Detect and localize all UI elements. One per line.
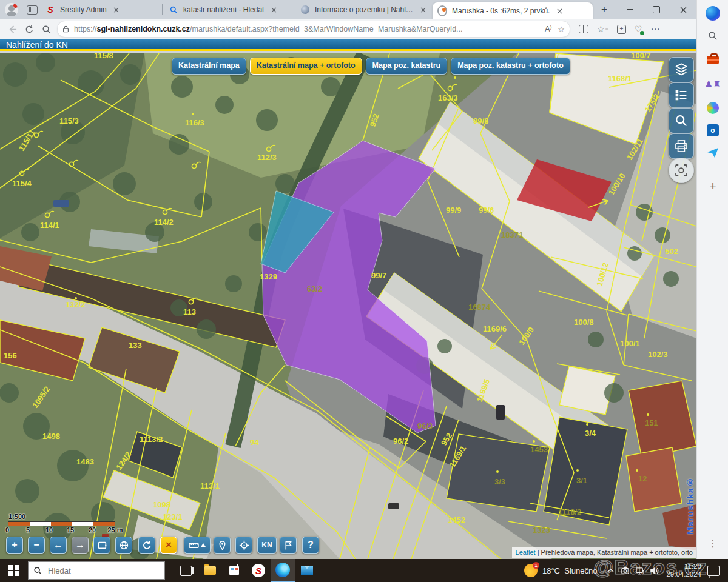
parcel-label: 1168/1 [608, 74, 632, 83]
weather-widget[interactable]: 1 18°C Slunečno [524, 564, 598, 577]
favorite-star-icon[interactable]: ☆ [558, 25, 565, 34]
parcel-label: 18371 [501, 230, 523, 239]
leaflet-link[interactable]: Leaflet [516, 549, 536, 556]
close-window-button[interactable] [670, 0, 696, 19]
cadastral-map[interactable]: 115/8115/11115/3116/3112/3115/4114/1114/… [0, 53, 696, 559]
parcel-label: 96/3 [417, 421, 433, 430]
map-layer-switcher: Katastrální mapa Katastrální mapa + orto… [172, 58, 570, 75]
parcel-label: 3/3 [494, 477, 505, 486]
close-tab-icon[interactable] [112, 5, 121, 15]
close-tab-icon[interactable] [269, 5, 278, 15]
tray-expand-icon[interactable] [603, 559, 618, 582]
tab-katastr-hledat[interactable]: katastr nahlížení - Hledat [164, 0, 292, 19]
read-aloud-icon[interactable]: A) [545, 24, 551, 33]
map-tool-print[interactable] [669, 133, 694, 159]
map-tool-cancel[interactable]: × [160, 537, 177, 554]
tools-icon[interactable] [707, 56, 719, 64]
address-bar: https://sgi-nahlizenidokn.cuzk.cz/marush… [0, 19, 696, 39]
tab-sreality-admin[interactable]: S Sreality Admin [41, 0, 161, 19]
outlook-icon[interactable]: o [707, 124, 719, 136]
m365-copilot-icon[interactable] [707, 102, 719, 114]
parcel-label: 133 [129, 341, 142, 350]
start-button[interactable] [0, 559, 28, 582]
map-tool-pan-right[interactable]: → [72, 537, 89, 554]
network-icon[interactable] [632, 559, 647, 582]
map-tool-help[interactable]: ? [302, 537, 319, 554]
drop-icon[interactable] [707, 147, 719, 159]
copilot-icon[interactable] [706, 6, 720, 21]
layer-mapa-poz-katastru-ortofoto[interactable]: Mapa poz. katastru + ortofoto [451, 58, 570, 75]
map-tool-measure[interactable] [184, 537, 211, 554]
search-icon[interactable] [38, 21, 55, 38]
parcel-label: 1323 [533, 526, 550, 535]
cuzk-favicon [300, 5, 310, 15]
screen-capture-icon[interactable] [618, 559, 632, 582]
parcel-label: 151 [645, 418, 658, 427]
taskbar-search-input[interactable] [47, 566, 146, 576]
scale-tick: 20 [89, 526, 96, 534]
customize-sidebar-icon[interactable]: + [709, 179, 716, 193]
close-tab-icon[interactable] [554, 6, 564, 16]
tab-marushka-active[interactable]: Marushka - 0s :62ms, 2 prvků. [433, 2, 593, 19]
map-tool-gps-location[interactable] [214, 537, 231, 554]
edge-app-icon[interactable] [271, 559, 295, 582]
parcel-label: 1169/6 [483, 324, 507, 333]
tab-informace-o-pozemku[interactable]: Informace o pozemku | Nahlíže [295, 0, 433, 19]
minimize-button[interactable] [616, 0, 643, 19]
parcel-label: 3/4 [585, 429, 596, 438]
map-viewport[interactable]: 115/8115/11115/3116/3112/3115/4114/1114/… [0, 53, 696, 559]
sidebar-more-icon[interactable]: ⋮ [709, 538, 718, 549]
new-tab-button[interactable]: + [596, 2, 612, 18]
collections-icon[interactable]: + [617, 25, 626, 34]
action-center-icon[interactable] [707, 566, 720, 576]
taskbar-search[interactable] [28, 561, 165, 580]
games-icon[interactable]: ♟♜ [705, 79, 721, 90]
map-tool-zoom-window[interactable] [669, 108, 694, 133]
store-icon[interactable] [222, 559, 246, 582]
map-tool-center-locate[interactable] [235, 537, 252, 554]
map-tool-overview-globe[interactable] [115, 537, 132, 554]
volume-icon[interactable] [647, 559, 661, 582]
layer-katastralni-mapa[interactable]: Katastrální mapa [172, 58, 246, 75]
browser-essentials-icon[interactable]: ♡ [635, 24, 642, 34]
map-tool-select-rect[interactable] [93, 537, 110, 554]
sidebar-divider [705, 170, 721, 170]
parcel-label: 99/6 [479, 206, 494, 215]
layer-mapa-poz-katastru[interactable]: Mapa poz. katastru [366, 58, 448, 75]
close-tab-icon[interactable] [418, 5, 428, 15]
map-tool-layers[interactable] [669, 57, 694, 82]
more-options-icon[interactable]: ⋯ [650, 24, 660, 35]
task-view-icon[interactable] [174, 559, 198, 582]
search-favicon [169, 5, 178, 15]
sidebar-search-icon[interactable] [707, 30, 718, 41]
map-tool-zoom-in[interactable]: + [6, 537, 23, 554]
lock-icon [62, 25, 69, 33]
restore-button[interactable] [643, 0, 670, 19]
scale-tick: 15 [67, 526, 74, 534]
sreality-app-icon[interactable]: S [246, 559, 271, 582]
parcel-label: 1453 [530, 445, 548, 454]
map-tool-pan-left[interactable]: ← [50, 537, 67, 554]
map-tool-legend[interactable] [669, 82, 694, 108]
file-explorer-icon[interactable] [198, 559, 222, 582]
tab-title: Marushka - 0s :62ms, 2 prvků. [452, 7, 550, 15]
refresh-icon[interactable] [21, 21, 38, 38]
layer-katastralni-mapa-ortofoto[interactable]: Katastrální mapa + ortofoto [250, 58, 362, 75]
map-tool-feedback-flag[interactable] [280, 537, 297, 554]
back-icon[interactable] [4, 21, 21, 38]
mail-app-icon[interactable] [295, 559, 319, 582]
favorites-bar-icon[interactable]: ☆≡ [597, 24, 608, 34]
tab-actions-icon[interactable] [27, 5, 38, 15]
parcel-label: 112/3 [257, 153, 277, 162]
parcel-label: 99/9 [446, 206, 461, 215]
map-tool-refresh[interactable] [138, 537, 155, 554]
profile-avatar-icon[interactable] [5, 3, 18, 16]
map-tool-screenshot[interactable] [669, 158, 694, 183]
clock[interactable]: 11:2029.04.2024 [666, 563, 701, 578]
url-field[interactable]: https://sgi-nahlizenidokn.cuzk.cz/marush… [57, 21, 570, 38]
split-screen-icon[interactable] [579, 25, 588, 33]
parcel-label: 102/3 [648, 350, 668, 359]
map-tool-zoom-out[interactable]: − [28, 537, 45, 554]
parcel-label: 3/1 [576, 476, 587, 485]
map-tool-kn-info[interactable]: KN [257, 537, 277, 554]
